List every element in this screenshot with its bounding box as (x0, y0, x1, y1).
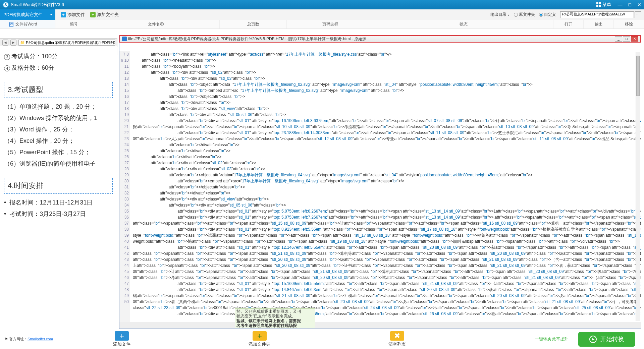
chevron-down-icon: ▾ (50, 13, 52, 16)
output-path-input[interactable]: F:\公司信息\SMALLP^1\教程\SMALLW (560, 11, 634, 18)
minimize-button[interactable]: — (618, 2, 623, 7)
col-pages: 总页数 (220, 20, 287, 28)
col-open: 打开 (553, 20, 584, 28)
app-title: Small Word转PDF软件V3.6 (11, 2, 596, 8)
footer-add-file[interactable]: ＋ 添加文件 (53, 331, 191, 347)
add-folder-button[interactable]: + 添加文件夹 (90, 12, 119, 18)
document-preview: 3考试满分：100分 4及格分数：60分 3.考试题型 （1）单项选择题，20 … (0, 46, 117, 329)
code-content: attr">class="br"><link attr">rel="styles… (130, 51, 641, 322)
status-bar (119, 322, 641, 329)
section-heading: 3.考试题型 (4, 82, 113, 98)
line-gutter: 7 8 9 10 11 12 13 14 15 16 17 18 19 20 2… (119, 51, 130, 322)
notice-box: 於。又刊完成后退出重新豆浆，又刊 状态变为"已支付"表示报名完成。 盐城、镇江未… (235, 308, 315, 328)
add-file-icon: ＋ (115, 331, 129, 341)
folder-icon: 📁 (20, 41, 25, 45)
footer-clear-list[interactable]: ✖ 清空列表 (328, 331, 466, 347)
source-code-window: file:///F:/公司信息/pdfer库/教程/北斗PDF转换器/北斗PDF… (119, 35, 641, 329)
slogan: 一键转换 效率提升 (535, 336, 568, 342)
add-file-button[interactable]: + 添加文件 (61, 12, 85, 18)
menu-button[interactable]: 菜单 (596, 2, 611, 8)
sidebar-category-label: PDF转换成其它文件 (3, 12, 43, 18)
plus-icon: + (61, 12, 66, 17)
win-close-button[interactable]: ✕ (631, 36, 638, 42)
play-icon: ▶ (589, 336, 597, 343)
col-index: 编号 (55, 20, 92, 28)
col-status: 状态 (374, 20, 553, 28)
add-folder-icon: ＋ (253, 331, 267, 341)
win-min-button[interactable]: _ (615, 36, 622, 42)
plus-icon: + (90, 12, 96, 17)
close-button[interactable]: ✕ (637, 2, 641, 7)
ie-icon (122, 37, 127, 41)
code-editor[interactable]: 7 8 9 10 11 12 13 14 15 16 17 18 19 20 2… (119, 51, 641, 322)
col-remove: 移除 (614, 20, 644, 28)
win-max-button[interactable]: □ (623, 36, 630, 42)
radio-custom-folder[interactable]: 自定义 (539, 12, 556, 17)
maximize-button[interactable]: □ (629, 2, 631, 7)
window-controls: — □ ✕ (618, 2, 641, 7)
menu-label: 菜单 (602, 2, 611, 8)
col-output: 输出 (584, 20, 614, 28)
official-link: ⚑ 官方网址：Smallpdfer.com (5, 337, 53, 342)
col-pagesel: 页码选择 (287, 20, 374, 28)
forward-button[interactable]: ► (10, 40, 16, 46)
address-bar[interactable]: 📁 F:\公司信息\pdfer库\教程\北斗PDF转换器\北斗PDF转换器软 (18, 40, 115, 46)
sidebar-item-file-to-word[interactable]: 文件转Word (0, 20, 55, 28)
source-window-title: file:///F:/公司信息/pdfer库/教程/北斗PDF转换器/北斗PDF… (128, 36, 615, 42)
source-window-titlebar[interactable]: file:///F:/公司信息/pdfer库/教程/北斗PDF转换器/北斗PDF… (119, 35, 641, 43)
word-icon (9, 22, 13, 27)
clear-icon: ✖ (390, 331, 404, 341)
start-convert-button[interactable]: ▶ 开始转换 (578, 332, 635, 347)
back-button[interactable]: ◄ (2, 40, 8, 46)
toolbar: PDF转换成其它文件 ▾ + 添加文件 + 添加文件夹 输出目录： 原文件夹 自… (0, 9, 644, 20)
menu-grid-icon (596, 2, 601, 7)
footer-add-folder[interactable]: ＋ 添加文件夹 (191, 331, 328, 347)
col-filename: 文件名称 (92, 20, 220, 28)
radio-source-folder[interactable]: 原文件夹 (514, 12, 535, 17)
section-heading: 4.时间安排 (4, 178, 113, 194)
content-pane: ◄ ► 📁 F:\公司信息\pdfer库\教程\北斗PDF转换器\北斗PDF转换… (0, 29, 644, 329)
add-file-label: 添加文件 (67, 12, 85, 18)
scrollbar-vertical[interactable] (636, 52, 640, 321)
footer: ⚑ 官方网址：Smallpdfer.com ＋ 添加文件 ＋ 添加文件夹 ✖ 清… (0, 329, 644, 349)
official-url[interactable]: Smallpdfer.com (28, 337, 53, 341)
list-headers: 文件转Word 编号 文件名称 总页数 页码选择 状态 打开 输出 移除 (0, 20, 644, 29)
add-folder-label: 添加文件夹 (97, 12, 119, 18)
sidebar-category[interactable]: PDF转换成其它文件 ▾ (0, 9, 55, 20)
scrollbar-thumb[interactable] (636, 56, 640, 96)
app-logo-icon: S (3, 2, 9, 8)
title-bar: S Small Word转PDF软件V3.6 菜单 — □ ✕ (0, 0, 644, 9)
output-dir-label: 输出目录： (490, 12, 511, 17)
browse-button[interactable]: … (635, 11, 641, 18)
